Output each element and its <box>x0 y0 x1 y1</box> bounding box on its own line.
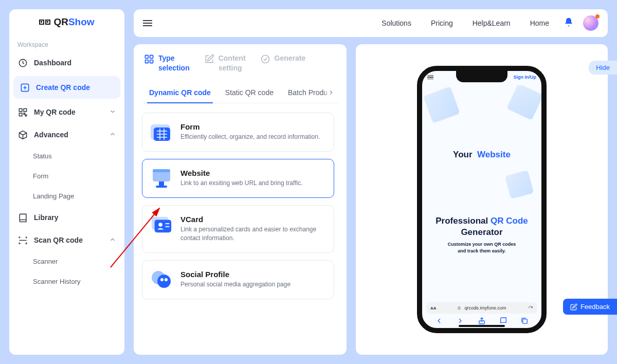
forward-icon <box>456 317 464 325</box>
url-text: qrcode.imyfone.com <box>464 305 506 311</box>
sidebar-subitem-scanner-history[interactable]: Scanner History <box>9 271 124 292</box>
svg-point-10 <box>261 56 269 63</box>
phone-browser-bar: AA qrcode.imyfone.com <box>426 302 537 325</box>
phone-mockup: Sign In/Up Your Website Professional QR … <box>417 66 547 333</box>
step-label: Generate <box>275 53 306 63</box>
svg-point-24 <box>158 223 162 227</box>
sidebar-item-label: Library <box>34 213 58 222</box>
type-card-vcard[interactable]: VCard Link a personalized cards and easi… <box>142 205 334 253</box>
type-list: Form Efficiently collect, organize, and … <box>142 113 338 299</box>
vcard-icon <box>151 215 172 234</box>
tab-scroll-right[interactable] <box>324 82 338 103</box>
feedback-label: Feedback <box>580 303 610 311</box>
menu-toggle-icon[interactable] <box>143 20 152 26</box>
steps: Typeselection Contentsetting Generate <box>142 53 338 79</box>
feedback-button[interactable]: Feedback <box>563 299 617 315</box>
phone-content: Your Website Professional QR CodeGenerat… <box>422 85 541 298</box>
nav-home[interactable]: Home <box>525 19 554 27</box>
svg-point-29 <box>160 278 164 281</box>
phone-menu-icon <box>427 75 433 80</box>
home-indicator <box>459 325 505 327</box>
phone-signin: Sign In/Up <box>514 75 537 80</box>
sidebar-item-label: Scan QR code <box>34 236 83 244</box>
share-icon <box>478 317 486 325</box>
svg-rect-7 <box>150 56 153 59</box>
create-panel: Typeselection Contentsetting Generate <box>134 44 347 355</box>
decorative-cube <box>506 85 541 120</box>
logo-text: QRShow <box>53 16 94 28</box>
sidebar-item-label: Dashboard <box>34 59 71 67</box>
refresh-icon <box>528 305 533 311</box>
nav-pricing[interactable]: Pricing <box>426 19 458 27</box>
book-icon <box>17 212 28 223</box>
workspace-label: Workspace <box>9 37 124 51</box>
sidebar-item-scan[interactable]: Scan QR code <box>9 229 124 251</box>
card-desc: Efficiently collect, organize, and recor… <box>180 133 320 141</box>
sidebar-subitem-landing[interactable]: Landing Page <box>9 186 124 206</box>
logo[interactable]: QRShow <box>9 9 124 37</box>
chevron-up-icon <box>109 131 116 139</box>
svg-rect-33 <box>523 319 528 324</box>
card-title: Website <box>180 169 302 177</box>
sidebar-item-dashboard[interactable]: Dashboard <box>9 51 124 74</box>
sidebar-subitem-status[interactable]: Status <box>9 146 124 166</box>
svg-rect-5 <box>19 113 22 116</box>
card-desc: Personal social media aggregation page <box>180 280 291 289</box>
check-circle-icon <box>260 54 270 64</box>
bookmarks-icon <box>499 317 507 325</box>
sidebar-item-label: Advanced <box>34 131 68 139</box>
social-icon <box>151 270 172 289</box>
card-title: Form <box>180 122 320 131</box>
chevron-up-icon <box>109 236 116 245</box>
tab-static-qr[interactable]: Static QR code <box>218 82 281 103</box>
step-generate[interactable]: Generate <box>260 53 306 73</box>
back-icon <box>435 317 443 325</box>
edit-icon <box>570 303 577 311</box>
phone-notch <box>456 71 507 82</box>
svg-rect-19 <box>153 169 170 172</box>
text-size-icon: AA <box>430 306 437 311</box>
type-card-website[interactable]: Website Link to an exsiting web URL and … <box>142 159 334 198</box>
phone-tagline: Customize your own QR codesand track the… <box>428 241 535 254</box>
sidebar-item-library[interactable]: Library <box>9 206 124 229</box>
tab-dynamic-qr[interactable]: Dynamic QR code <box>142 82 218 103</box>
sidebar-subitem-scanner[interactable]: Scanner <box>9 251 124 271</box>
sidebar: QRShow Workspace Dashboard Create QR cod… <box>9 9 124 355</box>
step-content-setting[interactable]: Contentsetting <box>204 53 246 73</box>
topbar: Solutions Pricing Help&Learn Home <box>134 9 608 37</box>
bell-icon[interactable] <box>564 17 574 29</box>
phone-subhead: Professional QR CodeGenerator <box>428 215 535 238</box>
tabs-icon <box>520 317 529 325</box>
chevron-down-icon <box>109 108 116 117</box>
hide-button[interactable]: Hide <box>589 61 617 75</box>
nav-solutions[interactable]: Solutions <box>376 19 416 27</box>
avatar[interactable] <box>583 15 598 31</box>
nav-help[interactable]: Help&Learn <box>467 19 516 27</box>
qr-icon <box>17 107 28 117</box>
sidebar-item-create-qr[interactable]: Create QR code <box>13 76 120 99</box>
lock-icon <box>457 306 461 310</box>
card-title: Social Profile <box>180 270 291 279</box>
svg-rect-6 <box>146 56 149 59</box>
svg-rect-3 <box>19 108 22 112</box>
edit-icon <box>204 54 214 64</box>
url-bar: AA qrcode.imyfone.com <box>426 302 537 314</box>
step-type-selection[interactable]: Typeselection <box>144 53 190 73</box>
sidebar-item-label: My QR code <box>34 108 76 116</box>
decorative-cube <box>505 170 534 199</box>
sidebar-subitem-form[interactable]: Form <box>9 166 124 186</box>
type-card-social[interactable]: Social Profile Personal social media agg… <box>142 260 334 299</box>
card-desc: Link to an exsiting web URL and bring tr… <box>180 179 302 188</box>
chevron-right-icon <box>328 89 335 96</box>
sidebar-item-advanced[interactable]: Advanced <box>9 123 124 146</box>
svg-rect-31 <box>458 308 461 310</box>
phone-headline: Your Website <box>428 150 535 160</box>
decorative-cube <box>423 86 460 123</box>
svg-rect-4 <box>24 108 27 112</box>
type-card-form[interactable]: Form Efficiently collect, organize, and … <box>142 113 334 152</box>
logo-icon <box>39 20 50 25</box>
svg-rect-8 <box>146 60 149 63</box>
svg-point-30 <box>165 278 168 281</box>
sidebar-item-my-qr[interactable]: My QR code <box>9 101 124 123</box>
form-icon <box>151 122 172 142</box>
